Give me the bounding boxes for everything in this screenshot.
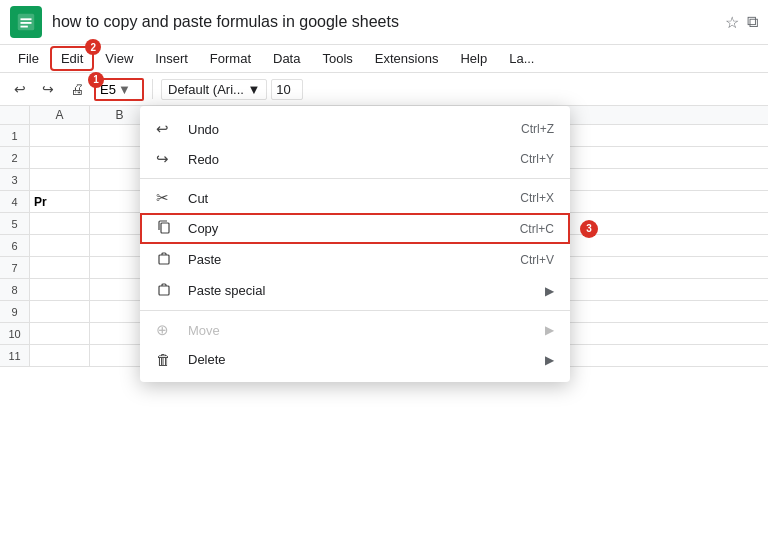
row-num: 9 (0, 301, 30, 322)
redo-button[interactable]: ↪ (36, 77, 60, 101)
menu-view[interactable]: View (95, 47, 143, 70)
cell-a7[interactable] (30, 257, 90, 278)
menu-tools[interactable]: Tools (312, 47, 362, 70)
star-icon[interactable]: ☆ (725, 13, 739, 32)
paste-label: Paste (188, 252, 500, 267)
cell-a8[interactable] (30, 279, 90, 300)
svg-rect-3 (21, 26, 28, 28)
redo-shortcut: Ctrl+Y (520, 152, 554, 166)
cell-dropdown-icon[interactable]: ▼ (118, 82, 131, 97)
menu-item-undo[interactable]: ↩ Undo Ctrl+Z (140, 114, 570, 144)
row-num: 6 (0, 235, 30, 256)
paste-special-icon (156, 281, 176, 300)
menu-item-cut[interactable]: ✂ Cut Ctrl+X (140, 183, 570, 213)
delete-label: Delete (188, 352, 545, 367)
copy-icon (156, 219, 176, 238)
copy-label: Copy (188, 221, 500, 236)
menu-item-paste[interactable]: Paste Ctrl+V (140, 244, 570, 275)
menu-item-paste-special[interactable]: Paste special ▶ (140, 275, 570, 306)
row-num: 3 (0, 169, 30, 190)
cell-a11[interactable] (30, 345, 90, 366)
redo-label: Redo (188, 152, 500, 167)
cut-label: Cut (188, 191, 500, 206)
svg-rect-2 (21, 22, 32, 24)
col-header-a: A (30, 106, 90, 124)
row-num-header (0, 106, 30, 124)
row-num: 8 (0, 279, 30, 300)
menu-item-move[interactable]: ⊕ Move ▶ (140, 315, 570, 345)
paste-special-arrow: ▶ (545, 284, 554, 298)
menu-extensions[interactable]: Extensions (365, 47, 449, 70)
menu-item-delete[interactable]: 🗑 Delete ▶ (140, 345, 570, 374)
move-label: Move (188, 323, 545, 338)
row-num: 7 (0, 257, 30, 278)
menu-edit[interactable]: Edit 2 (51, 47, 93, 70)
page-title: how to copy and paste formulas in google… (52, 13, 715, 31)
row-num: 11 (0, 345, 30, 366)
menu-format[interactable]: Format (200, 47, 261, 70)
undo-shortcut: Ctrl+Z (521, 122, 554, 136)
menu-item-redo[interactable]: ↪ Redo Ctrl+Y (140, 144, 570, 174)
undo-label: Undo (188, 122, 501, 137)
edit-dropdown-menu: ↩ Undo Ctrl+Z ↪ Redo Ctrl+Y ✂ Cut Ctrl+X (140, 106, 570, 382)
menu-section-clipboard: ✂ Cut Ctrl+X Copy Ctrl+C 3 (140, 178, 570, 308)
menu-item-copy[interactable]: Copy Ctrl+C 3 (140, 213, 570, 244)
font-selector[interactable]: Default (Ari... ▼ (161, 79, 267, 100)
menu-file[interactable]: File (8, 47, 49, 70)
toolbar: ↩ ↪ 🖨 1 E5 ▼ Default (Ari... ▼ 10 (0, 73, 768, 106)
cut-icon: ✂ (156, 189, 176, 207)
cell-a6[interactable] (30, 235, 90, 256)
cell-a10[interactable] (30, 323, 90, 344)
sheet-area: A B C D E 1 2 d 3 4 Pr Final Am (0, 106, 768, 367)
cell-a9[interactable] (30, 301, 90, 322)
delete-icon: 🗑 (156, 351, 176, 368)
move-arrow: ▶ (545, 323, 554, 337)
move-icon: ⊕ (156, 321, 176, 339)
font-size-box[interactable]: 10 (271, 79, 303, 100)
menu-bar: File Edit 2 View Insert Format Data Tool… (0, 45, 768, 73)
menu-help[interactable]: Help (450, 47, 497, 70)
paste-icon (156, 250, 176, 269)
menu-insert[interactable]: Insert (145, 47, 198, 70)
cut-shortcut: Ctrl+X (520, 191, 554, 205)
title-bar: how to copy and paste formulas in google… (0, 0, 768, 45)
row-num: 10 (0, 323, 30, 344)
svg-rect-4 (161, 223, 169, 233)
menu-section-undoredo: ↩ Undo Ctrl+Z ↪ Redo Ctrl+Y (140, 112, 570, 176)
menu-section-edit: ⊕ Move ▶ 🗑 Delete ▶ (140, 310, 570, 376)
print-button[interactable]: 🖨 (64, 77, 90, 101)
row-num: 4 (0, 191, 30, 212)
paste-shortcut: Ctrl+V (520, 253, 554, 267)
menu-more[interactable]: La... (499, 47, 544, 70)
row-num: 1 (0, 125, 30, 146)
svg-rect-5 (159, 255, 169, 264)
cell-name-box[interactable]: 1 E5 ▼ (94, 78, 144, 101)
window-icon[interactable]: ⧉ (747, 13, 758, 32)
redo-icon: ↪ (156, 150, 176, 168)
copy-badge: 3 (580, 220, 598, 238)
cell-a2[interactable] (30, 147, 90, 168)
undo-icon: ↩ (156, 120, 176, 138)
copy-shortcut: Ctrl+C (520, 222, 554, 236)
menu-data[interactable]: Data (263, 47, 310, 70)
title-icons: ☆ ⧉ (725, 13, 758, 32)
cell-a1[interactable] (30, 125, 90, 146)
row-num: 2 (0, 147, 30, 168)
cell-a5[interactable] (30, 213, 90, 234)
paste-special-label: Paste special (188, 283, 545, 298)
cell-a4[interactable]: Pr (30, 191, 90, 212)
toolbar-separator (152, 79, 153, 99)
undo-button[interactable]: ↩ (8, 77, 32, 101)
row-num: 5 (0, 213, 30, 234)
delete-arrow: ▶ (545, 353, 554, 367)
svg-rect-1 (21, 18, 32, 20)
cell-badge: 1 (88, 72, 104, 88)
svg-rect-6 (159, 286, 169, 295)
app-icon (10, 6, 42, 38)
cell-a3[interactable] (30, 169, 90, 190)
